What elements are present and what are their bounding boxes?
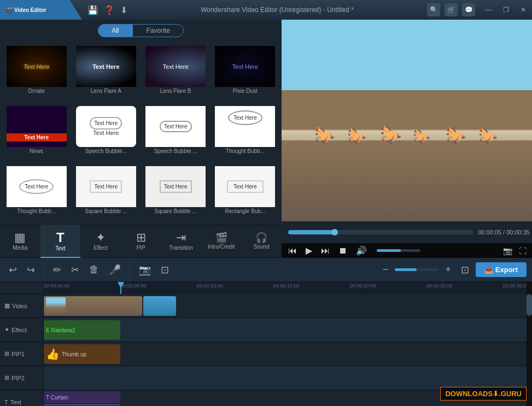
progress-track[interactable] [288,230,473,234]
timeline-scrollbar[interactable] [527,282,532,406]
tab-favorite[interactable]: Favorite [132,24,183,37]
volume-icon[interactable]: 🔊 [353,243,370,258]
text-track-label: Text [10,399,21,405]
titlebar: 🎬 Video Editor 💾 ❓ ⬇ Wondershare Video E… [0,0,532,20]
tab-sound-label: Sound [254,244,270,250]
chat-icon-btn[interactable]: 💬 [462,3,475,16]
thumb-up-icon: 👍 [46,348,60,361]
cut-button[interactable]: ✂ [68,262,83,278]
camera-button[interactable]: 📷 [501,244,515,257]
tab-sound[interactable]: 🎧 Sound [241,225,282,258]
list-item[interactable]: Text Here Thought Bubb... [211,104,279,163]
tab-transition[interactable]: ⇥ Transition [161,225,201,258]
tab-transition-label: Transition [169,245,193,251]
export-button[interactable]: 📤 Export [476,262,527,277]
rect-bubble: Text Here [227,180,264,193]
export-icon: 📤 [484,266,493,274]
tab-effect-label: Effect [93,245,107,251]
list-item[interactable]: Lens Flare A [72,44,140,103]
thumb-speech-b: Text Here [145,106,206,147]
fit-button[interactable]: ⊡ [458,262,472,278]
timeline-scrollbar-thumb[interactable] [527,294,532,316]
undo-button[interactable]: ↩ [5,262,20,278]
horse-2: 🐎 [347,127,366,145]
watermark-text1: DOWNLOADS [445,390,493,398]
item-label: Speech Bubble... [85,148,127,154]
video-clip[interactable] [44,296,142,316]
list-item[interactable]: Text Here Speech Bubble ... [142,104,210,163]
cart-icon-btn[interactable]: 🛒 [445,3,458,16]
timeline-ruler[interactable]: 00:00:00:00 00:00:05:00 00:00:10:00 00:0… [44,282,527,294]
progress-fill [288,230,335,234]
redo-button[interactable]: ↪ [24,262,38,278]
list-item[interactable]: Lens Flare B [142,44,210,103]
thumb-square-a: Text Here [76,166,136,207]
watermark: DOWNLOADS⬇.GURU [440,387,527,401]
pip1-clip[interactable]: 👍 Thumb up [44,344,120,364]
video-clip-2[interactable] [143,296,176,316]
list-item[interactable]: Ornate [2,44,71,103]
maximize-button[interactable]: ❐ [497,0,515,20]
fullscreen-button[interactable]: ⛶ [517,244,529,257]
app-logo: 🎬 Video Editor [0,0,82,20]
list-item[interactable]: Pixie Dust [211,44,279,103]
tab-effect[interactable]: ✦ Effect [80,225,121,258]
minimize-button[interactable]: — [480,0,497,20]
list-item[interactable]: Text Here Square Bubble ... [142,164,210,223]
item-label: Pixie Dust [233,88,258,94]
effect-clip-label: E Rainbow2 [46,327,75,333]
skip-forward-button[interactable]: ⏭ [318,244,333,258]
horse-1: 🐎 [314,126,335,145]
list-item[interactable]: Text Here News [2,104,71,163]
edit-clip-button[interactable]: ✏ [50,262,65,278]
zoom-out-button[interactable]: − [379,262,392,278]
mic-button[interactable]: 🎤 [106,262,124,278]
snapshot-button[interactable]: 📷 [136,262,154,278]
effect-track-icon: ✦ [4,326,9,333]
sound-icon: 🎧 [255,233,267,243]
track-label-effect: ✦ Effect [0,318,43,342]
speech-bubble-a: Text Here [90,117,122,130]
tab-intro[interactable]: 🎬 Intro/Credit [201,225,242,258]
ruler-mark-5: 00:00:05:00 [120,283,147,289]
list-item[interactable]: Text Here Speech Bubble... [72,104,140,163]
skip-back-button[interactable]: ⏮ [285,244,300,258]
watermark-icon: ⬇ [493,390,499,398]
thumb-rect: Text Here [215,166,275,207]
tab-all[interactable]: All [98,24,132,37]
zoom-slider[interactable] [395,268,439,271]
thumb-speech-a: Text Here [76,106,136,147]
playhead[interactable] [120,282,121,294]
ruler-mark-25: 00:00:25:00 [426,283,453,289]
list-item[interactable]: Text Here Square Bubble ... [72,164,140,223]
detach-button[interactable]: ⊡ [157,262,172,278]
tab-pip[interactable]: ⊞ PIP [121,225,161,258]
tab-text[interactable]: T Text [40,225,81,258]
volume-bar[interactable] [377,249,420,252]
close-button[interactable]: ✕ [515,0,532,20]
item-label: Square Bubble ... [85,208,127,214]
search-icon-btn[interactable]: 🔍 [427,3,440,16]
thumb-lens-b [145,46,206,87]
download-button[interactable]: ⬇ [120,5,127,15]
text-clip-curtain[interactable]: T Curtain [44,391,120,403]
text-track-icon: T [4,399,8,405]
video-track-icon: ▦ [4,302,10,309]
effect-clip[interactable]: E Rainbow2 [44,320,120,340]
list-item[interactable]: Text Here Rectangle Bub... [211,164,279,223]
video-track-label: Video [12,303,27,309]
text-clip-curtain-label: T Curtain [46,395,68,401]
list-item[interactable]: Text Here Thought Bubb... [2,164,71,223]
left-panel: All Favorite Ornate Lens Flare A Lens Fl… [0,20,282,258]
tab-media[interactable]: ▦ Media [0,225,40,258]
save-button[interactable]: 💾 [87,5,98,15]
ruler-mark-0: 00:00:00:00 [44,283,70,289]
window-controls: — ❐ ✕ [480,0,532,20]
delete-button[interactable]: 🗑 [86,262,102,278]
zoom-in-button[interactable]: + [442,262,454,278]
play-button[interactable]: ▶ [302,243,315,258]
titlebar-right-icons: 🔍 🛒 💬 [427,3,480,16]
stop-button[interactable]: ⏹ [335,244,350,258]
filter-tabs: All Favorite [0,20,282,42]
help-button[interactable]: ❓ [104,5,115,15]
